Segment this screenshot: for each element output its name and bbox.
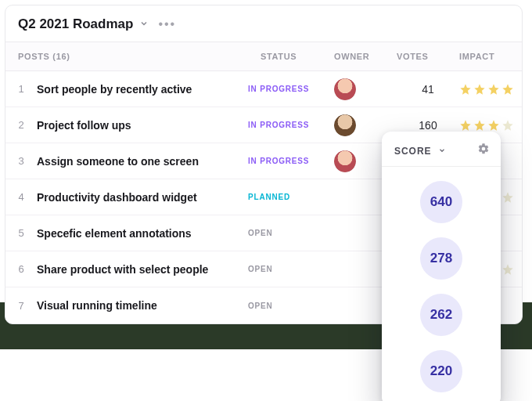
row-index: 6 bbox=[5, 263, 37, 275]
post-title[interactable]: Project follow ups bbox=[37, 119, 248, 132]
avatar[interactable] bbox=[334, 78, 356, 100]
impact-stars[interactable] bbox=[459, 83, 523, 96]
avatar[interactable] bbox=[334, 114, 356, 136]
score-label: SCORE bbox=[394, 146, 431, 157]
column-votes[interactable]: VOTES bbox=[397, 52, 459, 61]
owner-cell bbox=[334, 78, 397, 100]
status-badge[interactable]: IN PROGRESS bbox=[248, 157, 334, 165]
table-header: POSTS (16) STATUS OWNER VOTES IMPACT bbox=[5, 42, 522, 71]
gear-icon[interactable] bbox=[477, 143, 490, 158]
row-index: 5 bbox=[5, 227, 37, 239]
column-status[interactable]: STATUS bbox=[248, 52, 334, 61]
score-badge[interactable]: 220 bbox=[420, 350, 462, 392]
post-title[interactable]: Specefic element annotations bbox=[37, 227, 248, 240]
row-index: 4 bbox=[5, 191, 37, 203]
impact-stars[interactable] bbox=[459, 119, 523, 132]
post-title[interactable]: Assign someone to one screen bbox=[37, 155, 248, 168]
score-list: 640278262220 bbox=[382, 167, 501, 400]
chevron-down-icon[interactable] bbox=[139, 18, 149, 31]
popover-header: SCORE bbox=[382, 132, 501, 167]
column-posts-count: (16) bbox=[52, 52, 70, 61]
column-posts[interactable]: POSTS (16) bbox=[5, 52, 248, 61]
votes-value: 160 bbox=[397, 119, 459, 132]
status-badge[interactable]: OPEN bbox=[248, 265, 334, 273]
row-index: 1 bbox=[5, 83, 37, 95]
row-index: 2 bbox=[5, 119, 37, 131]
page-title[interactable]: Q2 2021 Roadmap bbox=[18, 16, 133, 32]
avatar-empty bbox=[334, 258, 356, 280]
post-title[interactable]: Productivity dashboard widget bbox=[37, 191, 248, 204]
score-badge[interactable]: 262 bbox=[420, 294, 462, 336]
avatar-empty bbox=[334, 294, 356, 316]
status-badge[interactable]: OPEN bbox=[248, 302, 334, 310]
chevron-down-icon bbox=[438, 146, 446, 157]
post-title[interactable]: Sort people by recently active bbox=[37, 83, 248, 96]
status-badge[interactable]: OPEN bbox=[248, 229, 334, 237]
score-popover: SCORE 640278262220 bbox=[382, 132, 501, 401]
score-badge[interactable]: 278 bbox=[420, 237, 462, 280]
panel-header: Q2 2021 Roadmap ••• bbox=[5, 5, 522, 42]
more-icon[interactable]: ••• bbox=[158, 17, 176, 31]
status-badge[interactable]: IN PROGRESS bbox=[248, 121, 334, 129]
status-badge[interactable]: PLANNED bbox=[248, 193, 334, 201]
row-index: 3 bbox=[5, 155, 37, 167]
table-row[interactable]: 1Sort people by recently activeIN PROGRE… bbox=[5, 71, 522, 107]
column-impact[interactable]: IMPACT bbox=[459, 52, 523, 61]
row-index: 7 bbox=[5, 300, 37, 312]
avatar[interactable] bbox=[334, 150, 356, 172]
avatar-empty bbox=[334, 222, 356, 244]
avatar-empty bbox=[334, 186, 356, 208]
post-title[interactable]: Visual running timeline bbox=[37, 299, 248, 312]
column-owner[interactable]: OWNER bbox=[334, 52, 397, 61]
column-posts-label: POSTS bbox=[18, 52, 50, 61]
score-badge[interactable]: 640 bbox=[420, 181, 462, 223]
post-title[interactable]: Share product with select people bbox=[37, 263, 248, 276]
status-badge[interactable]: IN PROGRESS bbox=[248, 85, 334, 93]
score-dropdown[interactable]: SCORE bbox=[394, 143, 446, 157]
votes-value: 41 bbox=[397, 83, 459, 96]
